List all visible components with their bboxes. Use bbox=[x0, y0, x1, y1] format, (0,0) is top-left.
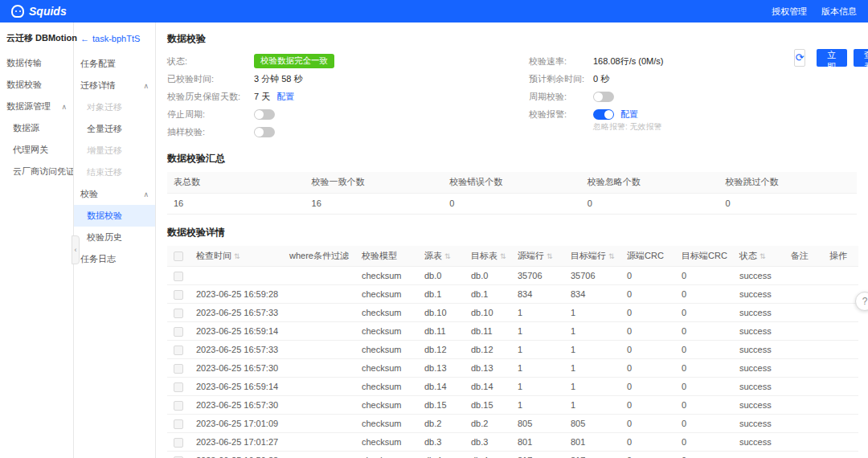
info-value-remaining-time: 0 秒 bbox=[593, 73, 609, 85]
nav-item-incremental-migration: 增量迁移 bbox=[74, 140, 155, 162]
info-value-validation-speed: 168.08行/s (0M/s) bbox=[593, 55, 663, 67]
nav-item-data-transfer[interactable]: 数据传输 bbox=[0, 52, 73, 74]
cell-source-crc: 0 bbox=[620, 452, 675, 458]
sidebar-collapse-handle[interactable]: ‹ bbox=[72, 235, 80, 264]
cell-source-rows: 817 bbox=[511, 452, 564, 458]
row-checkbox[interactable] bbox=[174, 346, 183, 355]
page-title: 数据校验 bbox=[167, 32, 794, 46]
nav-item-validation[interactable]: 校验∧ bbox=[74, 183, 155, 205]
sort-icon[interactable]: ⇅ bbox=[500, 252, 506, 260]
sort-icon[interactable]: ⇅ bbox=[444, 252, 451, 260]
sort-icon[interactable]: ⇅ bbox=[234, 252, 240, 260]
nav-item-migration-detail[interactable]: 迁移详情∧ bbox=[74, 75, 155, 96]
validate-now-button[interactable]: 立即校验 bbox=[817, 49, 847, 67]
nav-item-datasource-mgmt[interactable]: 数据源管理∧ bbox=[0, 96, 73, 117]
cell-source-rows: 1 bbox=[511, 322, 564, 341]
cell-target-crc: 0 bbox=[675, 304, 733, 322]
cell-check-time: 2023-06-25 16:59:28 bbox=[190, 285, 283, 304]
nav-item-label: 任务配置 bbox=[80, 58, 116, 70]
cell-check-time bbox=[190, 267, 283, 285]
col-header-source-table[interactable]: 源表⇅ bbox=[418, 246, 465, 267]
nav-item-data-validation[interactable]: 数据校验 bbox=[0, 74, 73, 96]
info-col-left: 状态:校验数据完全一致已校验时间:3 分钟 58 秒校验历史保留天数:7 天配置… bbox=[167, 52, 432, 141]
col-header-target-table[interactable]: 目标表⇅ bbox=[465, 246, 511, 267]
row-checkbox[interactable] bbox=[174, 401, 183, 411]
brand: Squids bbox=[11, 5, 67, 18]
row-checkbox[interactable] bbox=[174, 290, 183, 300]
nav-item-data-validation[interactable]: 数据校验 bbox=[74, 205, 155, 227]
cell-check-time: 2023-06-25 16:59:33 bbox=[190, 452, 283, 458]
task-operations-link[interactable]: ⚙ 任务操作 bbox=[794, 29, 868, 41]
cell-status: success bbox=[733, 396, 784, 415]
toggle-cycle-validation[interactable] bbox=[593, 92, 614, 102]
nav-item-task-log[interactable]: 任务日志 bbox=[74, 248, 155, 270]
cell-target-table: db.10 bbox=[465, 304, 511, 322]
topbar-link-version[interactable]: 版本信息 bbox=[821, 6, 857, 18]
cell-check-model: checksum bbox=[355, 415, 418, 433]
col-header-check-time[interactable]: 检查时间⇅ bbox=[190, 246, 283, 267]
cell-check-model: checksum bbox=[355, 452, 418, 458]
toggle-sampling-validation[interactable] bbox=[254, 127, 275, 137]
row-checkbox[interactable] bbox=[174, 364, 183, 374]
back-link[interactable]: ← task-bphTtS bbox=[74, 31, 155, 53]
cell-operation bbox=[823, 304, 858, 322]
col-header-label: 源端行 bbox=[518, 251, 544, 260]
cell-target-table: db.14 bbox=[465, 378, 511, 396]
toggle-stop-cycle[interactable] bbox=[254, 109, 275, 120]
row-checkbox[interactable] bbox=[174, 309, 183, 318]
nav-item-label: 任务日志 bbox=[80, 253, 116, 265]
row-checkbox[interactable] bbox=[174, 419, 183, 429]
select-all-checkbox[interactable] bbox=[174, 251, 183, 261]
configure-link-validation-alarm[interactable]: 配置 bbox=[620, 108, 638, 121]
info-row-sampling-validation: 抽样校验: bbox=[167, 123, 432, 141]
cell-source-crc: 0 bbox=[620, 359, 675, 378]
col-header-source-rows[interactable]: 源端行⇅ bbox=[511, 246, 564, 267]
nav-item-label: 校验历史 bbox=[87, 231, 122, 243]
table-row: 2023-06-25 16:57:30checksumdb.13db.13110… bbox=[167, 359, 858, 378]
cell-source-rows: 805 bbox=[511, 415, 564, 433]
toggle-validation-alarm[interactable] bbox=[593, 109, 614, 120]
sort-icon[interactable]: ⇅ bbox=[608, 252, 615, 260]
nav-item-proxy-gateway[interactable]: 代理网关 bbox=[0, 139, 73, 161]
cell-operation bbox=[823, 415, 858, 433]
refresh-button[interactable]: ⟳ bbox=[794, 49, 805, 67]
cell-source-table: db.0 bbox=[418, 267, 465, 285]
cell-target-table: db.15 bbox=[465, 396, 511, 415]
col-header-status[interactable]: 状态⇅ bbox=[733, 246, 784, 267]
sort-icon[interactable]: ⇅ bbox=[760, 252, 766, 260]
row-checkbox[interactable] bbox=[174, 438, 183, 448]
col-header-label: 状态 bbox=[739, 251, 757, 260]
cell-target-rows: 1 bbox=[564, 322, 620, 341]
cell-source-table: db.14 bbox=[418, 378, 465, 396]
view-log-button[interactable]: 查看日志 bbox=[854, 49, 868, 67]
row-checkbox-cell bbox=[167, 322, 190, 341]
cell-target-table: db.0 bbox=[465, 267, 511, 285]
nav-item-object-migration: 对象迁移 bbox=[74, 96, 155, 118]
row-checkbox[interactable] bbox=[174, 272, 183, 281]
row-checkbox-cell bbox=[167, 433, 190, 452]
nav-item-label: 校验 bbox=[80, 188, 98, 200]
configure-link-history-retention[interactable]: 配置 bbox=[276, 91, 294, 103]
nav-item-task-config[interactable]: 任务配置 bbox=[74, 53, 155, 75]
table-row: 2023-06-25 16:57:30checksumdb.15db.15110… bbox=[167, 396, 858, 415]
col-header-label: 检查时间 bbox=[196, 251, 231, 260]
cell-target-table: db.12 bbox=[465, 341, 511, 359]
nav-item-datasource[interactable]: 数据源 bbox=[0, 117, 73, 139]
task-sidebar: ← task-bphTtS 任务配置迁移详情∧对象迁移全量迁移增量迁移结束迁移校… bbox=[74, 22, 156, 458]
row-checkbox[interactable] bbox=[174, 327, 183, 337]
cell-note bbox=[784, 341, 823, 359]
sort-icon[interactable]: ⇅ bbox=[547, 252, 553, 260]
info-row-cycle-validation: 周期校验: bbox=[529, 88, 794, 105]
nav-item-cloud-credentials[interactable]: 云厂商访问凭证 bbox=[0, 161, 73, 182]
col-header-label: 校验模型 bbox=[362, 251, 397, 260]
cell-check-time: 2023-06-25 16:59:14 bbox=[190, 322, 283, 341]
detail-table-body: checksumdb.0db.0357063570600success2023-… bbox=[167, 267, 858, 458]
cell-target-rows: 1 bbox=[564, 359, 620, 378]
cell-target-rows: 801 bbox=[564, 433, 620, 452]
topbar-link-auth[interactable]: 授权管理 bbox=[772, 6, 807, 18]
nav-item-validation-history[interactable]: 校验历史 bbox=[74, 227, 155, 248]
col-header-target-rows[interactable]: 目标端行⇅ bbox=[564, 246, 620, 267]
nav-item-full-migration[interactable]: 全量迁移 bbox=[74, 118, 155, 140]
row-checkbox[interactable] bbox=[174, 382, 183, 392]
cell-source-crc: 0 bbox=[620, 322, 675, 341]
